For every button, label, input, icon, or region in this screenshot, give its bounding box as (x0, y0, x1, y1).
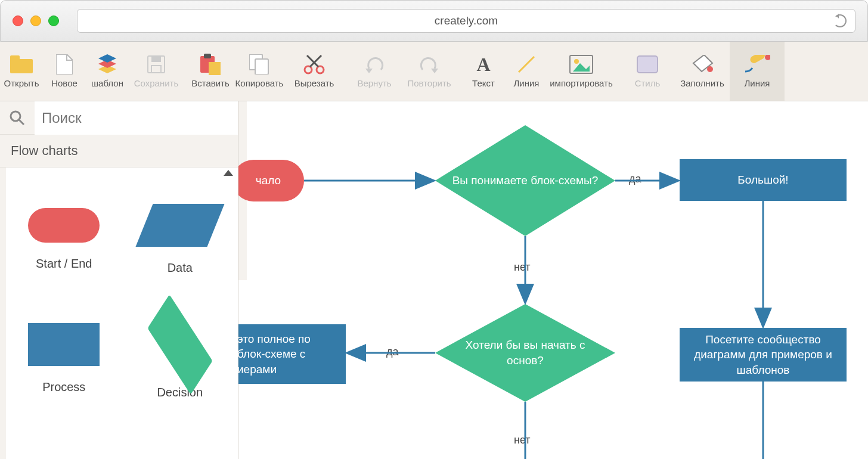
window-controls (13, 15, 59, 26)
layers-icon (94, 54, 120, 75)
toolbar: Открыть Новое шаблон Сохранить Вста (0, 42, 868, 101)
scissors-icon (301, 54, 327, 75)
edge-label-no-1: нет (514, 261, 531, 274)
svg-rect-24 (637, 56, 658, 73)
data-shape-icon (135, 204, 224, 247)
redo-icon (416, 54, 442, 75)
svg-rect-10 (204, 54, 211, 58)
scroll-up-icon[interactable] (224, 170, 233, 176)
template-button[interactable]: шаблон (86, 42, 129, 101)
paste-button[interactable]: Вставить (189, 42, 232, 101)
text-icon: A (470, 54, 497, 75)
copy-button[interactable]: Копировать (232, 42, 287, 101)
new-button[interactable]: Новое (43, 42, 86, 101)
search-icon[interactable] (0, 110, 35, 126)
diagram-canvas[interactable]: чало Вы понимаете блок-схемы? Большой! Х… (238, 101, 868, 459)
shapes-panel: Start / End Data Process Decision (6, 168, 238, 459)
undo-button[interactable]: Вернуть (347, 42, 402, 101)
shape-process[interactable]: Process (6, 299, 122, 418)
svg-rect-7 (151, 56, 161, 62)
svg-rect-11 (209, 62, 221, 75)
svg-point-29 (11, 111, 20, 121)
new-document-icon (51, 54, 78, 75)
svg-marker-18 (365, 69, 373, 73)
flowchart-decision-1[interactable]: Вы понимаете блок-схемы? (435, 125, 615, 236)
save-button[interactable]: Сохранить (129, 42, 184, 101)
url-bar[interactable]: creately.com (77, 9, 855, 33)
close-window-icon[interactable] (13, 15, 23, 26)
url-text: creately.com (435, 14, 498, 27)
shape-start-end[interactable]: Start / End (6, 179, 122, 299)
svg-point-26 (707, 66, 713, 72)
svg-marker-2 (56, 54, 73, 75)
import-button[interactable]: импортировать (548, 42, 615, 101)
shape-data[interactable]: Data (122, 179, 238, 299)
line-tool-button[interactable]: Линия (505, 42, 548, 101)
edge-label-yes-1: да (629, 173, 641, 185)
terminator-shape-icon (28, 208, 100, 243)
flowchart-start-node[interactable]: чало (238, 160, 304, 201)
open-button[interactable]: Открыть (0, 42, 43, 101)
line-style-button[interactable]: Линия (730, 42, 785, 101)
line-tool-icon (513, 54, 540, 75)
flowchart-community-node[interactable]: Посетите сообщество диаграмм для примеро… (680, 328, 847, 382)
flowchart-great-node[interactable]: Большой! (680, 159, 847, 201)
svg-rect-1 (10, 55, 20, 61)
shape-decision[interactable]: Decision (122, 299, 238, 418)
shapes-sidebar: Flow charts Start / End Data Process Dec… (0, 101, 238, 459)
svg-marker-23 (573, 63, 590, 72)
fill-button[interactable]: Заполнить (675, 42, 730, 101)
clipboard-icon (197, 54, 224, 75)
folder-icon (8, 54, 35, 75)
svg-rect-8 (151, 66, 161, 73)
minimize-window-icon[interactable] (30, 15, 41, 26)
copy-icon (246, 54, 272, 75)
svg-point-22 (574, 59, 579, 64)
save-icon (143, 54, 169, 75)
flowchart-decision-2[interactable]: Хотели бы вы начать с основ? (435, 304, 615, 402)
svg-line-30 (19, 120, 24, 125)
maximize-window-icon[interactable] (48, 15, 59, 26)
svg-point-28 (765, 55, 770, 60)
svg-rect-13 (255, 59, 268, 75)
undo-icon (361, 54, 388, 75)
search-row (0, 101, 238, 135)
edge-label-yes-2: да (386, 346, 399, 358)
svg-marker-19 (431, 69, 438, 73)
process-shape-icon (28, 323, 100, 366)
style-swatch-icon (634, 54, 661, 75)
reload-icon[interactable] (833, 14, 847, 27)
cut-button[interactable]: Вырезать (287, 42, 342, 101)
shape-category-header[interactable]: Flow charts (0, 135, 238, 168)
search-input[interactable] (35, 101, 238, 135)
pencil-line-icon (744, 54, 770, 75)
browser-chrome: creately.com (0, 0, 868, 42)
decision-shape-icon (147, 294, 212, 394)
svg-line-20 (519, 57, 534, 72)
style-button[interactable]: Стиль (620, 42, 675, 101)
image-icon (568, 54, 594, 75)
flowchart-guide-node[interactable]: это полное по блок-схеме с иерами (238, 324, 346, 384)
paint-bucket-icon (689, 54, 715, 75)
edge-label-no-2: нет (514, 434, 531, 446)
redo-button[interactable]: Повторить (402, 42, 457, 101)
svg-marker-5 (98, 54, 116, 63)
text-tool-button[interactable]: A Текст (462, 42, 505, 101)
svg-rect-27 (749, 55, 766, 64)
